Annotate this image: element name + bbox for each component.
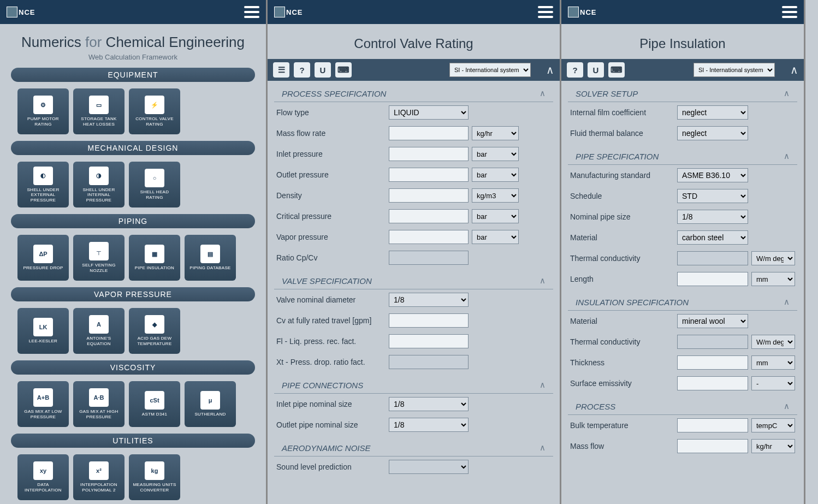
- header: NCE: [268, 0, 560, 24]
- field-row: Valve nominal diameter1/8: [269, 289, 559, 310]
- tile[interactable]: ⚡CONTROL VALVE RATING: [129, 88, 180, 134]
- chevron-up-icon[interactable]: ∧: [540, 88, 546, 98]
- field-select[interactable]: 1/8: [677, 210, 748, 224]
- tile[interactable]: ⚙PUMP MOTOR RATING: [17, 88, 69, 134]
- tile[interactable]: A+BGAS MIX AT LOW PRESSURE: [17, 381, 69, 427]
- field-input[interactable]: [677, 376, 748, 390]
- chevron-up-icon[interactable]: ∧: [784, 297, 790, 307]
- tile[interactable]: ▤PIPING DATABASE: [185, 235, 236, 281]
- field-input[interactable]: [389, 334, 469, 348]
- help-button[interactable]: ?: [567, 62, 583, 78]
- unit-select[interactable]: mm: [751, 355, 795, 370]
- field-select[interactable]: 1/8: [389, 293, 469, 307]
- field-select[interactable]: carbon steel: [677, 230, 748, 245]
- tile[interactable]: μSUTHERLAND: [185, 381, 236, 427]
- tile-label: PIPING DATABASE: [189, 265, 230, 271]
- field-row: Materialcarbon steel: [562, 227, 803, 248]
- tile[interactable]: AANTOINE'S EQUATION: [73, 308, 125, 354]
- chevron-up-icon[interactable]: ∧: [540, 443, 546, 453]
- help-button[interactable]: ?: [294, 62, 310, 78]
- tile[interactable]: ○SHELL HEAD RATING: [129, 162, 180, 207]
- tile[interactable]: xyDATA INTERPOLATION: [17, 454, 69, 500]
- tile[interactable]: ΔPPRESSURE DROP: [17, 235, 69, 281]
- unit-select[interactable]: tempC: [751, 418, 795, 432]
- tile[interactable]: ◆ACID GAS DEW TEMPERATURE: [129, 308, 180, 354]
- field-row: Nominal pipe size1/8: [562, 206, 803, 227]
- chevron-up-icon[interactable]: ∧: [540, 380, 546, 390]
- unit-select[interactable]: bar: [472, 147, 519, 161]
- tile[interactable]: ┬SELF VENTING NOZZLE: [73, 235, 125, 281]
- menu-icon[interactable]: [782, 6, 797, 18]
- logo-icon: [274, 7, 285, 17]
- unit-select[interactable]: kg/m3: [472, 188, 519, 203]
- chevron-up-icon[interactable]: ∧: [784, 88, 790, 98]
- field-input[interactable]: [389, 355, 469, 369]
- chevron-up-icon[interactable]: ∧: [784, 401, 790, 411]
- tile-icon: cSt: [145, 391, 164, 410]
- unit-select[interactable]: bar: [472, 209, 519, 223]
- field-input[interactable]: [389, 209, 469, 223]
- field-input[interactable]: [389, 168, 469, 182]
- tile[interactable]: ▦PIPE INSULATION: [129, 235, 180, 281]
- unit-select[interactable]: bar: [472, 230, 519, 244]
- field-label: Inlet pipe nominal size: [276, 400, 386, 408]
- unit-select[interactable]: bar: [472, 168, 519, 182]
- field-input[interactable]: [677, 355, 748, 370]
- units-button[interactable]: U: [315, 62, 331, 78]
- tile-icon: ▭: [89, 96, 109, 114]
- unit-select[interactable]: mm: [751, 272, 795, 286]
- tile[interactable]: kgMEASURING UNITS CONVERTER: [129, 454, 180, 500]
- field-select[interactable]: 1/8: [389, 397, 469, 411]
- unit-select[interactable]: W/m degK: [751, 335, 795, 349]
- list-button[interactable]: ☰: [273, 62, 289, 78]
- tile-label: SHELL HEAD RATING: [131, 189, 178, 200]
- field-input[interactable]: [389, 126, 469, 140]
- menu-icon[interactable]: [538, 6, 553, 18]
- keyboard-button[interactable]: ⌨: [335, 62, 352, 78]
- tile[interactable]: x²INTERPOLATION POLYNOMIAL 2: [73, 454, 125, 500]
- unit-select[interactable]: kg/hr: [472, 126, 519, 140]
- field-input[interactable]: [677, 272, 748, 286]
- field-select[interactable]: ASME B36.10: [677, 168, 748, 182]
- field-select[interactable]: neglect: [677, 126, 748, 140]
- field-input[interactable]: [389, 230, 469, 244]
- field-input[interactable]: [677, 418, 748, 432]
- field-row: Inlet pressurebar: [269, 144, 559, 164]
- chevron-up-icon[interactable]: ∧: [784, 151, 790, 161]
- tile-label: PIPE INSULATION: [135, 265, 174, 271]
- unit-system-select[interactable]: SI - International system: [693, 63, 775, 77]
- menu-icon[interactable]: [244, 6, 259, 18]
- tile[interactable]: LKLEE-KESLER: [17, 308, 69, 354]
- field-label: Density: [276, 191, 386, 200]
- unit-system-select[interactable]: SI - International system: [449, 63, 531, 77]
- chevron-up-icon[interactable]: ∧: [540, 276, 546, 286]
- tile[interactable]: ◐SHELL UNDER EXTERNAL PRESSURE: [17, 162, 69, 207]
- field-input[interactable]: [677, 335, 748, 349]
- field-label: Fl - Liq. press. rec. fact.: [276, 337, 386, 346]
- collapse-icon[interactable]: ∧: [546, 63, 554, 76]
- field-label: Outlet pressure: [276, 170, 386, 179]
- tile[interactable]: cStASTM D341: [129, 381, 180, 427]
- tile[interactable]: ▭STORAGE TANK HEAT LOSSES: [73, 88, 125, 134]
- field-select[interactable]: STD: [677, 189, 748, 203]
- field-select[interactable]: neglect: [677, 105, 748, 120]
- field-select[interactable]: 1/8: [389, 418, 469, 432]
- logo-text: NCE: [19, 8, 35, 16]
- unit-select[interactable]: W/m degK: [751, 251, 795, 265]
- collapse-icon[interactable]: ∧: [790, 63, 798, 76]
- unit-select[interactable]: kg/hr: [751, 439, 795, 453]
- units-button[interactable]: U: [588, 62, 604, 78]
- field-input[interactable]: [677, 251, 748, 265]
- field-input[interactable]: [389, 188, 469, 203]
- tile[interactable]: A·BGAS MIX AT HIGH PRESSURE: [73, 381, 125, 427]
- field-input[interactable]: [389, 313, 469, 328]
- field-input[interactable]: [677, 439, 748, 453]
- field-input[interactable]: [389, 251, 469, 265]
- tile[interactable]: ◑SHELL UNDER INTERNAL PRESSURE: [73, 162, 125, 207]
- keyboard-button[interactable]: ⌨: [608, 62, 625, 78]
- unit-select[interactable]: -: [751, 376, 795, 390]
- field-select[interactable]: mineral wool: [677, 314, 748, 328]
- field-input[interactable]: [389, 147, 469, 161]
- field-select[interactable]: LIQUID: [389, 105, 469, 120]
- field-select[interactable]: [389, 460, 469, 474]
